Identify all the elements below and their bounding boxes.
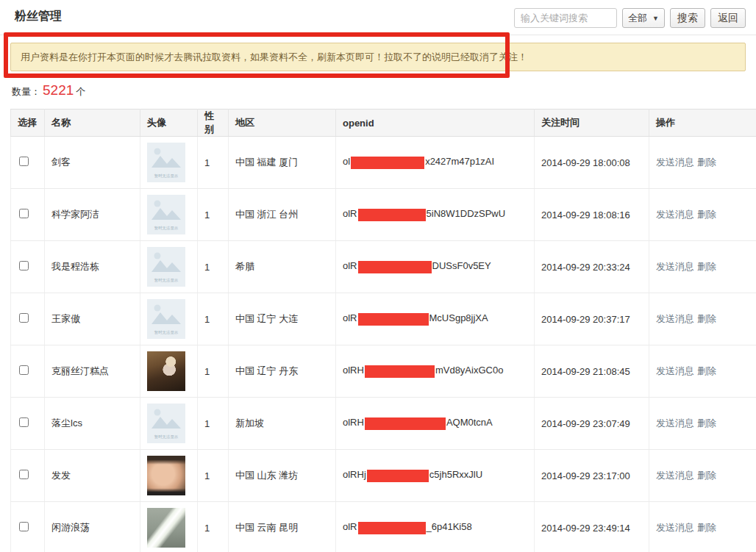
gender: 1 <box>204 470 210 481</box>
send-message-link[interactable]: 发送消息 <box>656 157 694 168</box>
fans-table-body: 剑客 暂时无法显示 1 中国 福建 厦门 olx2427m47p1zAI 2 <box>11 137 756 552</box>
header-follow-time: 关注时间 <box>535 110 649 137</box>
delete-link[interactable]: 删除 <box>697 417 716 429</box>
search-button[interactable]: 搜索 <box>670 8 705 28</box>
gender: 1 <box>204 418 210 429</box>
row-checkbox[interactable] <box>19 522 29 531</box>
filter-select[interactable]: 全部 ▼ <box>622 8 665 28</box>
fan-name: 落尘lcs <box>51 417 82 429</box>
avatar: 暂时无法显示 <box>147 247 185 287</box>
openid-suffix: McUSgp8jjXA <box>429 312 488 323</box>
row-checkbox[interactable] <box>19 365 29 375</box>
follow-time: 2014-09-29 20:37:17 <box>541 314 630 325</box>
openid-prefix: olR <box>343 260 357 271</box>
header-divider <box>0 35 756 35</box>
table-row: 落尘lcs 暂时无法显示 1 新加坡 olRHAQM0tcnA 2014-0 <box>11 398 756 450</box>
openid-redaction <box>365 365 435 378</box>
openid-suffix: DUSsF0v5EY <box>432 260 491 271</box>
image-placeholder-icon <box>150 302 182 329</box>
header-gender: 性别 <box>198 110 229 137</box>
send-message-link[interactable]: 发送消息 <box>656 470 694 481</box>
header-actions: 操作 <box>649 110 756 137</box>
send-message-link[interactable]: 发送消息 <box>656 522 694 533</box>
header-name: 名称 <box>45 110 140 137</box>
openid-prefix: ol <box>343 156 350 167</box>
follow-time: 2014-09-29 23:49:14 <box>541 523 630 534</box>
openid-suffix: mVd8yAixGC0o <box>435 365 503 376</box>
image-placeholder-icon <box>150 146 182 172</box>
count-label: 数量： <box>12 85 40 98</box>
openid-redaction <box>358 261 432 273</box>
row-checkbox[interactable] <box>19 313 29 323</box>
delete-link[interactable]: 删除 <box>697 470 716 481</box>
row-checkbox[interactable] <box>19 417 29 427</box>
delete-link[interactable]: 删除 <box>697 261 716 272</box>
search-input[interactable] <box>514 8 617 28</box>
follow-time: 2014-09-29 23:07:49 <box>541 418 630 429</box>
region: 中国 辽宁 丹东 <box>235 365 298 376</box>
delete-link[interactable]: 删除 <box>697 209 716 220</box>
toolbar: 全部 ▼ 搜索 返回 <box>514 8 746 28</box>
delete-link[interactable]: 删除 <box>697 522 716 533</box>
delete-link[interactable]: 删除 <box>697 365 716 376</box>
notice-text: 用户资料是在你打开本页面的时候才去腾讯拉取资料，如果资料不全，刷新本页即可！拉取… <box>21 51 527 64</box>
follow-time: 2014-09-29 20:33:24 <box>541 262 630 273</box>
avatar <box>147 456 185 495</box>
fan-count: 数量： 5221 个 <box>12 82 85 98</box>
row-checkbox[interactable] <box>19 261 29 270</box>
region: 新加坡 <box>235 417 264 429</box>
header-select: 选择 <box>11 110 45 137</box>
follow-time: 2014-09-29 21:08:45 <box>541 366 630 377</box>
openid-suffix: _6p41Ki58 <box>427 521 472 532</box>
broken-image-placeholder: 暂时无法显示 <box>147 195 185 234</box>
openid-prefix: olR <box>343 312 357 323</box>
send-message-link[interactable]: 发送消息 <box>656 417 694 429</box>
send-message-link[interactable]: 发送消息 <box>656 261 694 272</box>
fan-name: 发发 <box>51 470 71 481</box>
gender: 1 <box>204 314 210 325</box>
fan-name: 闲游浪荡 <box>51 522 90 533</box>
openid-redaction <box>367 470 429 482</box>
table-row: 科学家阿洁 暂时无法显示 1 中国 浙江 台州 olR5iN8W1DDzSPwU <box>11 189 756 241</box>
header-avatar: 头像 <box>140 110 198 137</box>
openid-redaction <box>358 522 426 534</box>
table-row: 王家傲 暂时无法显示 1 中国 辽宁 大连 olRMcUSgp8jjXA 2 <box>11 293 756 345</box>
delete-link[interactable]: 删除 <box>697 313 716 324</box>
fan-name: 剑客 <box>51 157 71 168</box>
row-checkbox[interactable] <box>19 209 29 218</box>
region: 中国 云南 昆明 <box>235 522 298 533</box>
image-placeholder-icon <box>150 198 182 224</box>
gender: 1 <box>204 262 210 273</box>
openid-suffix: x2427m47p1zAI <box>425 156 494 167</box>
openid-prefix: olRH <box>343 417 364 428</box>
broken-image-placeholder: 暂时无法显示 <box>147 404 185 443</box>
fans-table: 选择 名称 头像 性别 地区 openid 关注时间 操作 剑客 <box>10 109 756 552</box>
table-row: 剑客 暂时无法显示 1 中国 福建 厦门 olx2427m47p1zAI 2 <box>11 137 756 189</box>
avatar-caption: 暂时无法显示 <box>154 277 178 283</box>
row-checkbox[interactable] <box>19 157 29 166</box>
send-message-link[interactable]: 发送消息 <box>656 209 694 220</box>
openid-prefix: olR <box>343 208 357 219</box>
follow-time: 2014-09-29 18:00:08 <box>541 157 630 168</box>
count-unit: 个 <box>76 85 85 98</box>
region: 中国 辽宁 大连 <box>235 313 298 324</box>
avatar: 暂时无法显示 <box>147 143 185 182</box>
chevron-down-icon: ▼ <box>652 15 659 22</box>
filter-selected-value: 全部 <box>628 12 647 25</box>
delete-link[interactable]: 删除 <box>697 157 716 168</box>
broken-image-placeholder: 暂时无法显示 <box>147 143 185 182</box>
follow-time: 2014-09-29 18:08:16 <box>541 209 630 221</box>
gender: 1 <box>204 209 210 221</box>
row-checkbox[interactable] <box>19 470 29 479</box>
table-row: 发发 1 中国 山东 潍坊 olRHjc5jh5RxxJlU 2014-09-2… <box>11 450 756 502</box>
openid-redaction <box>351 157 424 169</box>
openid-redaction <box>358 313 429 326</box>
avatar: 暂时无法显示 <box>147 299 185 339</box>
openid-prefix: olRH <box>343 365 364 376</box>
send-message-link[interactable]: 发送消息 <box>656 365 694 376</box>
image-placeholder-icon <box>150 250 182 276</box>
back-button[interactable]: 返回 <box>710 8 746 28</box>
avatar <box>147 508 185 548</box>
send-message-link[interactable]: 发送消息 <box>656 313 694 324</box>
header-region: 地区 <box>229 110 336 137</box>
